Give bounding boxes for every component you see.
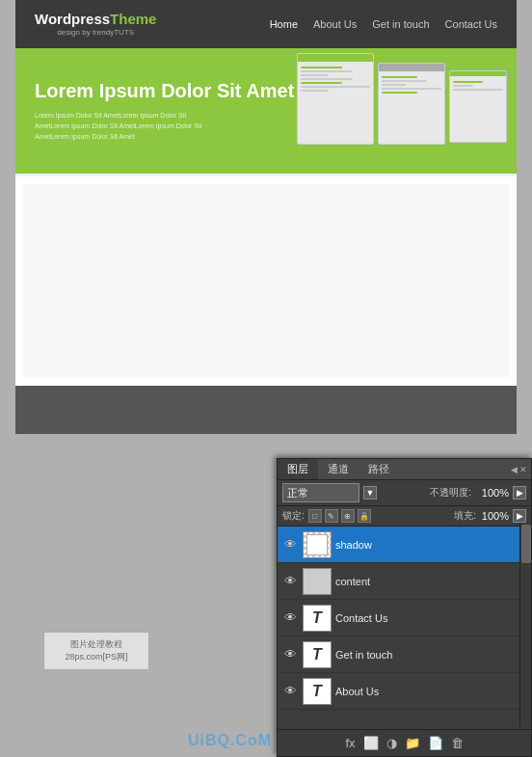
ps-btn-adjustment[interactable]: ◑ bbox=[386, 736, 397, 750]
ps-lock-row: 锁定: □ ✎ ⊕ 🔒 填充: 100% ▶ bbox=[278, 506, 531, 527]
blend-mode-select[interactable]: 正常 bbox=[282, 483, 359, 502]
layer-name-get-in-touch: Get in touch bbox=[335, 649, 392, 661]
wp-content-inner bbox=[23, 184, 509, 377]
lock-icons: □ ✎ ⊕ 🔒 bbox=[308, 509, 371, 523]
ps-btn-delete[interactable]: 🗑 bbox=[451, 736, 464, 750]
layer-contact-us[interactable]: 👁 T Contact Us bbox=[278, 600, 531, 636]
screenshot-1 bbox=[297, 53, 374, 145]
wp-hero: Lorem Ipsum Dolor Sit Amet Lorem Ipsum D… bbox=[15, 48, 517, 174]
layer-thumb-contact-us: T bbox=[303, 605, 332, 632]
ps-btn-add-mask[interactable]: ⬜ bbox=[363, 736, 379, 750]
photoshop-panel: 图层 通道 路径 ◀ ✕ 正常 ▼ 不透明度: 100% ▶ 锁定: □ ✎ ⊕ bbox=[277, 458, 532, 757]
nav-about[interactable]: About Us bbox=[313, 18, 357, 30]
layer-shadow[interactable]: 👁 shadow bbox=[278, 527, 531, 563]
fill-value: 100% bbox=[480, 510, 509, 522]
panel-close[interactable]: ✕ bbox=[519, 465, 527, 474]
opacity-label: 不透明度: bbox=[430, 486, 471, 500]
wp-preview-wrapper: WordpressTheme design by trendyTUTS Home… bbox=[15, 0, 517, 434]
wp-logo: WordpressTheme design by trendyTUTS bbox=[35, 11, 156, 38]
ps-controls-blend: 正常 ▼ 不透明度: 100% ▶ bbox=[278, 480, 531, 506]
ps-btn-folder[interactable]: 📁 bbox=[405, 736, 420, 750]
opacity-value: 100% bbox=[475, 487, 509, 499]
layer-thumb-content bbox=[303, 568, 332, 595]
wp-content bbox=[15, 174, 517, 386]
layer-eye-get-in-touch[interactable]: 👁 bbox=[281, 646, 299, 663]
layer-eye-contact-us[interactable]: 👁 bbox=[281, 609, 299, 627]
ps-tabs: 图层 通道 路径 ◀ ✕ bbox=[278, 459, 531, 480]
fill-label: 填充: bbox=[454, 509, 476, 523]
wp-preview: WordpressTheme design by trendyTUTS Home… bbox=[15, 0, 517, 434]
logo-wordpress: Wordpress bbox=[35, 11, 110, 27]
layer-thumb-get-in-touch: T bbox=[303, 641, 332, 668]
wp-footer bbox=[15, 386, 517, 434]
layer-eye-shadow[interactable]: 👁 bbox=[281, 536, 299, 554]
screenshot-2 bbox=[378, 63, 445, 145]
layer-eye-content[interactable]: 👁 bbox=[281, 573, 299, 590]
lock-icon-transparent[interactable]: □ bbox=[308, 509, 322, 523]
screenshot-3 bbox=[449, 70, 507, 143]
ps-btn-new-layer[interactable]: 📄 bbox=[428, 736, 443, 750]
lock-icon-all[interactable]: 🔒 bbox=[358, 509, 371, 523]
outer-container: WordpressTheme design by trendyTUTS Home… bbox=[0, 0, 532, 757]
ps-layers: 👁 shadow 👁 content 👁 T Contact Us bbox=[278, 527, 531, 710]
wp-hero-images bbox=[297, 53, 507, 145]
layer-name-contact-us: Contact Us bbox=[335, 612, 387, 624]
layer-name-about-us: About Us bbox=[335, 686, 379, 697]
wp-nav: Home About Us Get in touch Contact Us bbox=[270, 18, 497, 30]
watermark-line1: 图片处理教程 bbox=[65, 638, 127, 651]
layer-eye-about-us[interactable]: 👁 bbox=[281, 683, 299, 700]
panel-arrow-left[interactable]: ◀ bbox=[511, 465, 518, 474]
layer-get-in-touch[interactable]: 👁 T Get in touch bbox=[278, 636, 531, 673]
uibq-watermark: UiBQ.CoM bbox=[188, 732, 272, 749]
tab-channels[interactable]: 通道 bbox=[318, 459, 359, 479]
layer-about-us[interactable]: 👁 T About Us bbox=[278, 673, 531, 710]
tab-layers[interactable]: 图层 bbox=[278, 459, 318, 479]
lock-icon-move[interactable]: ⊕ bbox=[341, 509, 355, 523]
layer-name-content: content bbox=[335, 576, 370, 587]
lock-label: 锁定: bbox=[282, 509, 305, 523]
watermark-box: 图片处理教程 28ps.com[PS网] bbox=[43, 632, 149, 670]
nav-contact-us[interactable]: Contact Us bbox=[445, 18, 497, 30]
fill-arrow[interactable]: ▶ bbox=[513, 509, 526, 523]
layer-thumb-shadow bbox=[303, 531, 332, 558]
logo-sub: design by trendyTUTS bbox=[35, 28, 156, 38]
panel-arrows[interactable]: ◀ ✕ bbox=[511, 465, 531, 474]
tab-paths[interactable]: 路径 bbox=[359, 459, 399, 479]
logo-theme: Theme bbox=[110, 11, 156, 27]
ps-scroll-thumb[interactable] bbox=[521, 525, 531, 563]
ps-scrollbar[interactable] bbox=[519, 523, 531, 727]
ps-bottom-toolbar: fx ⬜ ◑ 📁 📄 🗑 bbox=[278, 729, 531, 756]
blend-mode-arrow[interactable]: ▼ bbox=[363, 486, 377, 500]
lock-icon-paint[interactable]: ✎ bbox=[325, 509, 338, 523]
watermark-line2: 28ps.com[PS网] bbox=[65, 651, 127, 663]
wp-header: WordpressTheme design by trendyTUTS Home… bbox=[15, 0, 517, 48]
ps-btn-fx[interactable]: fx bbox=[345, 736, 355, 750]
opacity-arrow[interactable]: ▶ bbox=[513, 486, 526, 500]
layer-thumb-about-us: T bbox=[303, 678, 332, 705]
layer-name-shadow: shadow bbox=[335, 539, 372, 551]
thumb-inner-shadow bbox=[306, 534, 328, 555]
nav-home[interactable]: Home bbox=[270, 18, 298, 30]
nav-get-in-touch[interactable]: Get in touch bbox=[372, 18, 429, 30]
layer-content[interactable]: 👁 content bbox=[278, 563, 531, 600]
